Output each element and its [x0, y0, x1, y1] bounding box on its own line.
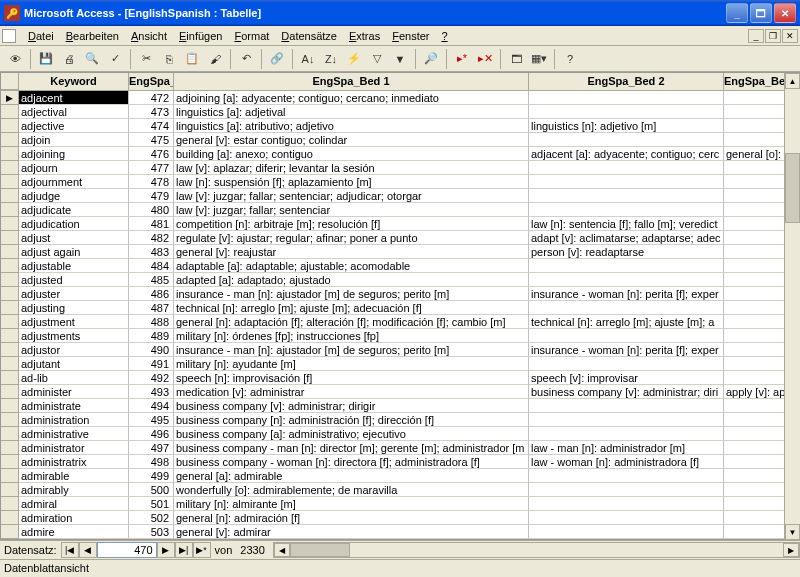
cell[interactable]: speech [n]: improvisación [f] — [174, 371, 529, 385]
cell[interactable]: adjusted — [19, 273, 129, 287]
row-selector[interactable] — [1, 287, 19, 301]
column-header-engspa-i[interactable]: EngSpa_I — [129, 73, 174, 91]
format-painter-button[interactable]: 🖌 — [204, 48, 226, 70]
new-record-button[interactable]: ▸* — [451, 48, 473, 70]
table-row[interactable]: administer493medication [v]: administrar… — [1, 385, 799, 399]
cell[interactable]: adjutant — [19, 357, 129, 371]
cell[interactable]: person [v]: readaptarse — [529, 245, 724, 259]
row-selector[interactable] — [1, 441, 19, 455]
cell[interactable]: administration — [19, 413, 129, 427]
table-row[interactable]: adjusting487technical [n]: arreglo [m]; … — [1, 301, 799, 315]
row-selector[interactable] — [1, 301, 19, 315]
cell[interactable] — [529, 175, 724, 189]
cell[interactable]: 480 — [129, 203, 174, 217]
table-row[interactable]: administrator497business company - man [… — [1, 441, 799, 455]
cell[interactable]: adjustment — [19, 315, 129, 329]
cell[interactable] — [529, 399, 724, 413]
cell[interactable]: competition [n]: arbitraje [m]; resoluci… — [174, 217, 529, 231]
cell[interactable]: 494 — [129, 399, 174, 413]
table-row[interactable]: adjourn477law [v]: aplazar; diferir; lev… — [1, 161, 799, 175]
cell[interactable]: adjudication — [19, 217, 129, 231]
row-selector[interactable] — [1, 427, 19, 441]
table-row[interactable]: adjective474linguistics [a]: atributivo;… — [1, 119, 799, 133]
table-row[interactable]: adjoining476building [a]: anexo; contigu… — [1, 147, 799, 161]
cell[interactable]: 498 — [129, 455, 174, 469]
cell[interactable] — [529, 259, 724, 273]
row-selector[interactable] — [1, 511, 19, 525]
cell[interactable]: adjudicate — [19, 203, 129, 217]
horizontal-scrollbar[interactable]: ◀ ▶ — [273, 542, 800, 558]
cell[interactable] — [529, 301, 724, 315]
cell[interactable]: 485 — [129, 273, 174, 287]
row-selector[interactable] — [1, 483, 19, 497]
cell[interactable]: general [a]: admirable — [174, 469, 529, 483]
paste-button[interactable]: 📋 — [181, 48, 203, 70]
print-button[interactable]: 🖨 — [58, 48, 80, 70]
cell[interactable]: linguistics [a]: atributivo; adjetivo — [174, 119, 529, 133]
hscroll-right-button[interactable]: ▶ — [783, 543, 799, 557]
table-row[interactable]: adjust482regulate [v]: ajustar; regular;… — [1, 231, 799, 245]
row-selector[interactable] — [1, 259, 19, 273]
table-row[interactable]: administrative496business company [a]: a… — [1, 427, 799, 441]
cell[interactable]: business company [a]: administrativo; ej… — [174, 427, 529, 441]
table-row[interactable]: adjust again483general [v]: reajustarper… — [1, 245, 799, 259]
mdi-minimize-button[interactable]: _ — [748, 29, 764, 43]
vertical-scrollbar[interactable]: ▲ ▼ — [784, 73, 800, 540]
row-selector[interactable] — [1, 147, 19, 161]
cell[interactable]: adjust again — [19, 245, 129, 259]
table-row[interactable]: adjectival473linguistics [a]: adjetival — [1, 105, 799, 119]
scroll-down-button[interactable]: ▼ — [785, 524, 800, 540]
cell[interactable]: linguistics [a]: adjetival — [174, 105, 529, 119]
table-row[interactable]: admirably500wonderfully [o]: admirableme… — [1, 483, 799, 497]
cell[interactable]: administrator — [19, 441, 129, 455]
cell[interactable] — [529, 511, 724, 525]
hscroll-left-button[interactable]: ◀ — [274, 543, 290, 557]
cell[interactable]: adjourn — [19, 161, 129, 175]
row-selector[interactable] — [1, 399, 19, 413]
cell[interactable]: military [n]: almirante [m] — [174, 497, 529, 511]
row-selector[interactable] — [1, 231, 19, 245]
table-row[interactable]: adjoin475general [v]: estar contiguo; co… — [1, 133, 799, 147]
cell[interactable]: ad-lib — [19, 371, 129, 385]
nav-new-button[interactable]: ▶* — [193, 542, 211, 558]
cell[interactable] — [529, 413, 724, 427]
print-preview-button[interactable]: 🔍 — [81, 48, 103, 70]
cell[interactable]: 500 — [129, 483, 174, 497]
cell[interactable]: regulate [v]: ajustar; regular; afinar; … — [174, 231, 529, 245]
help-button[interactable]: ? — [559, 48, 581, 70]
row-selector[interactable] — [1, 161, 19, 175]
scroll-up-button[interactable]: ▲ — [785, 73, 800, 89]
cell[interactable]: 486 — [129, 287, 174, 301]
table-row[interactable]: admirable499general [a]: admirable — [1, 469, 799, 483]
toggle-filter-button[interactable]: ▼ — [389, 48, 411, 70]
menu-extras[interactable]: Extras — [343, 28, 386, 44]
table-row[interactable]: adjuster486insurance - man [n]: ajustado… — [1, 287, 799, 301]
cell[interactable]: adjust — [19, 231, 129, 245]
cell[interactable] — [529, 105, 724, 119]
cell[interactable]: 478 — [129, 175, 174, 189]
cell[interactable]: military [n]: ayudante [m] — [174, 357, 529, 371]
undo-button[interactable]: ↶ — [235, 48, 257, 70]
cell[interactable]: adjoining — [19, 147, 129, 161]
menu-format[interactable]: Format — [228, 28, 275, 44]
select-all-cell[interactable] — [1, 73, 19, 90]
cell[interactable]: 472 — [129, 91, 174, 105]
table-row[interactable]: admiration502general [n]: admiración [f] — [1, 511, 799, 525]
cell[interactable]: general [v]: admirar — [174, 525, 529, 539]
table-row[interactable]: admire503general [v]: admirar — [1, 525, 799, 539]
table-row[interactable]: adjustor490insurance - man [n]: ajustado… — [1, 343, 799, 357]
cell[interactable]: law [v]: juzgar; fallar; sentenciar — [174, 203, 529, 217]
row-selector[interactable] — [1, 189, 19, 203]
cell[interactable]: linguistics [n]: adjetivo [m] — [529, 119, 724, 133]
cell[interactable]: administer — [19, 385, 129, 399]
cell[interactable]: 474 — [129, 119, 174, 133]
table-row[interactable]: administratrix498business company - woma… — [1, 455, 799, 469]
menu-ansicht[interactable]: Ansicht — [125, 28, 173, 44]
cell[interactable]: adjustments — [19, 329, 129, 343]
cell[interactable]: adjudge — [19, 189, 129, 203]
cell[interactable] — [529, 525, 724, 539]
cell[interactable]: 479 — [129, 189, 174, 203]
row-selector[interactable] — [1, 469, 19, 483]
view-button[interactable]: 👁 — [4, 48, 26, 70]
cell[interactable] — [529, 357, 724, 371]
